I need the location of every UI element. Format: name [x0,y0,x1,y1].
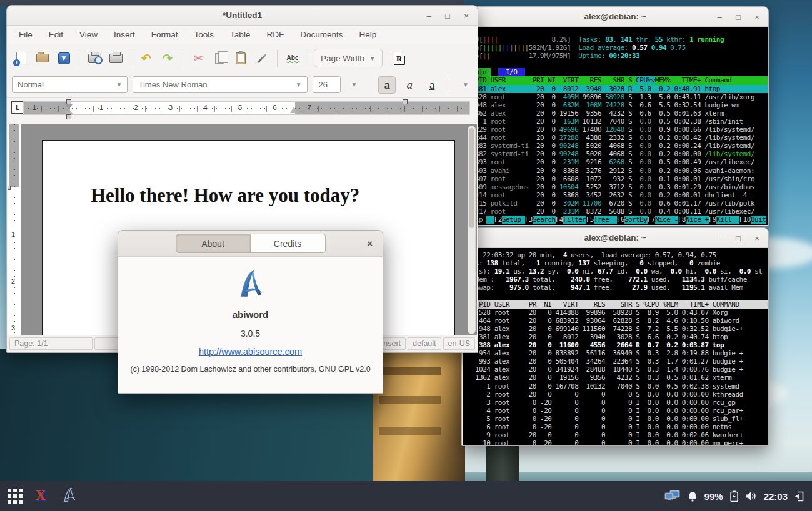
print-button[interactable] [106,49,125,67]
copyright-text: (c) 1998-2012 Dom Lachowicz and other co… [118,365,383,374]
minimize-icon[interactable]: – [714,12,724,22]
menu-view[interactable]: View [71,26,106,44]
top-margin-marker[interactable] [8,186,11,190]
ruler-number: 2 [134,104,138,111]
italic-button[interactable]: a [401,76,418,94]
save-icon: ▼ [58,52,70,64]
process-row[interactable]: 393 root 20 0 231M 9216 6268 S 0.0 0.5 0… [475,158,768,166]
process-row[interactable]: 417 root 20 0 231M 8372 5688 S 0.0 0.4 0… [475,207,768,216]
first-line-indent-marker[interactable] [66,99,71,104]
network-icon[interactable] [664,490,681,502]
close-icon[interactable]: × [752,234,762,243]
process-table-header[interactable]: PID USER PRI NI VIRT RES SHR S CPU%▽MEM%… [475,76,768,84]
vertical-scrollbar[interactable] [468,126,476,334]
close-icon[interactable]: × [461,11,471,21]
process-row[interactable]: 382 systemd-ti 20 0 90248 5020 4068 S 0.… [475,150,768,158]
menu-insert[interactable]: Insert [106,26,143,44]
close-icon[interactable]: × [752,12,762,22]
rdf-button[interactable]: R [390,49,409,67]
spellcheck-button[interactable]: Abc [283,49,302,67]
process-row[interactable]: 409 messagebus 20 0 10504 5252 3712 S 0.… [475,183,768,191]
close-icon[interactable]: × [367,238,373,249]
tab-stop-selector[interactable]: L [11,101,24,114]
bold-button[interactable]: a [378,76,396,94]
process-row[interactable]: 528 root 20 0 405M 99896 58928 S 1.3 5.0… [475,93,768,101]
app-menu-icon[interactable] [8,489,23,504]
process-row: 5 root 0 -20 0 0 0 I 0.0 0.0 0:00.00 slu… [475,415,768,423]
minimize-icon[interactable]: – [424,11,434,21]
volume-icon[interactable] [745,491,757,501]
notification-bell-icon[interactable] [688,491,698,502]
abiword-taskbar-icon[interactable] [61,486,78,506]
htop-tabs[interactable]: ain I/O [475,68,768,76]
process-row[interactable]: 407 root 20 0 6608 1072 932 S 0.0 0.1 0:… [475,175,768,183]
right-indent-marker[interactable] [290,107,298,113]
xterm-taskbar-icon[interactable]: XX [34,488,50,504]
clock[interactable]: 22:03 [764,491,788,502]
ruler-number: 2 [11,277,15,285]
process-row[interactable]: 1 root 20 0 163M 10132 7040 S 0.0 0.5 0:… [475,117,768,126]
menu-edit[interactable]: Edit [41,26,71,44]
minimize-icon[interactable]: – [714,234,724,243]
htop-terminal-titlebar[interactable]: alex@debian: ~ – □ × [462,7,768,27]
paste-button[interactable] [231,49,250,67]
right-margin-marker[interactable] [403,99,408,104]
left-indent-marker[interactable] [65,109,73,114]
maximize-icon[interactable]: □ [733,12,743,22]
font-select[interactable]: Times New Roman▼ [133,76,307,93]
font-size-dropdown[interactable]: ▼ [346,76,362,93]
process-row[interactable]: 948 alex 20 0 682M 108M 74228 S 0.6 5.5 … [475,101,768,109]
menu-table[interactable]: Table [222,26,258,44]
copy-button[interactable] [210,49,229,67]
menu-documents[interactable]: Documents [292,26,351,44]
hanging-indent-marker[interactable] [66,114,71,119]
new-document-button[interactable]: + [12,49,31,67]
zoom-select[interactable]: Page Width ▼ [314,49,383,67]
process-row[interactable]: 283 systemd-ti 20 0 90248 5020 4068 S 0.… [475,142,768,150]
process-row[interactable]: 381 alex 20 0 8012 3940 3028 R 5.0 0.2 0… [475,85,768,93]
vertical-ruler[interactable]: 123 [8,124,21,335]
process-row[interactable]: 403 avahi 20 0 8368 3276 2912 S 0.0 0.2 … [475,167,768,175]
undo-button[interactable]: ↶ [137,49,156,67]
menu-help[interactable]: Help [351,26,384,44]
underline-button[interactable]: a [423,76,441,94]
tab-credits[interactable]: Credits [251,234,326,253]
menu-rdf[interactable]: RDF [258,26,292,44]
process-row[interactable]: 244 root 20 0 27288 4388 2332 S 0.0 0.2 … [475,134,768,142]
logout-icon[interactable] [794,491,804,502]
horizontal-ruler[interactable]: 11234567 [23,101,470,115]
status-language[interactable]: en-US [443,337,475,350]
redo-button[interactable]: ↷ [158,49,177,67]
menu-format[interactable]: Format [143,26,186,44]
website-link[interactable]: http://www.abisource.com [199,347,302,357]
menu-file[interactable]: File [11,26,41,44]
process-row[interactable]: 414 root 20 0 5868 3452 2632 S 0.0 0.2 0… [475,191,768,199]
abiword-titlebar[interactable]: *Untitled1 – □ × [7,6,478,26]
battery-icon[interactable] [730,490,738,502]
toolbar-overflow-button[interactable]: ▼ [463,81,469,88]
top-terminal-content[interactable]: - 22:03:32 up 20 min, 4 users, load aver… [463,248,768,445]
font-size-input[interactable]: 26 [313,76,341,93]
process-row: 6 root 0 -20 0 0 0 I 0.0 0.0 0:00.00 net… [475,423,768,431]
maximize-icon[interactable]: □ [733,234,743,243]
style-select[interactable]: Normal▼ [12,76,128,93]
process-row[interactable]: 229 root 20 0 49696 17400 12040 S 0.0 0.… [475,126,768,134]
status-style[interactable]: default [408,337,441,350]
menu-tools[interactable]: Tools [186,26,223,44]
taskbar: XX [0,481,812,511]
htop-terminal-content[interactable]: U[|||| 8.2%] Tasks: 83, 141 thr, 55 kthr… [463,27,768,225]
format-painter-button[interactable] [253,49,271,67]
process-row[interactable]: 362 alex 20 0 19156 9356 4232 S 0.6 0.5 … [475,109,768,117]
htop-terminal-window: alex@debian: ~ – □ × U[|||| 8.2%] Tasks:… [461,6,769,226]
maximize-icon[interactable]: □ [443,11,453,21]
process-row[interactable]: 415 polkitd 20 0 302M 11700 6720 S 0.0 0… [475,199,768,207]
save-button[interactable]: ▼ [54,49,73,67]
cut-button[interactable]: ✂ [189,49,208,67]
ruler-number: 3 [11,324,15,332]
top-terminal-titlebar[interactable]: alex@debian: ~ – □ × [462,228,768,248]
battery-percent[interactable]: 99% [704,491,723,502]
open-button[interactable] [33,49,52,67]
tab-about[interactable]: About [176,234,251,253]
scrollbar-thumb[interactable] [469,128,474,228]
print-preview-button[interactable] [85,49,104,67]
